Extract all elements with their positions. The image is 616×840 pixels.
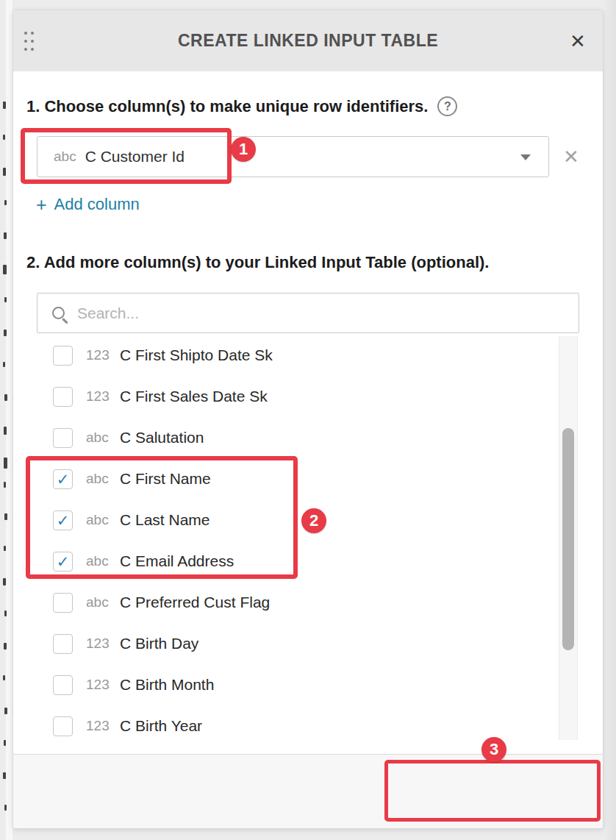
column-checkbox[interactable]: [53, 593, 73, 613]
column-type-label: abc: [86, 430, 119, 446]
column-list-item[interactable]: abc C Preferred Cust Flag: [13, 582, 557, 623]
column-name: C Birth Month: [120, 676, 214, 694]
background-artifact: [3, 102, 6, 109]
column-checkbox[interactable]: [53, 428, 73, 448]
background-artifact: [3, 362, 5, 367]
background-artifact: [4, 297, 7, 302]
background-artifact: [4, 740, 6, 746]
column-name: C Last Name: [120, 511, 210, 529]
column-name: C First Sales Date Sk: [120, 388, 268, 405]
column-type-label: abc: [86, 512, 119, 528]
background-artifact: [4, 643, 7, 649]
column-checkbox[interactable]: [53, 675, 73, 695]
row-identifier-select[interactable]: abc C Customer Id: [37, 136, 549, 177]
dialog-title: CREATE LINKED INPUT TABLE: [13, 10, 603, 71]
selected-column-value: C Customer Id: [85, 148, 185, 165]
background-artifact: [3, 675, 5, 680]
column-type-label: abc: [86, 471, 119, 487]
search-icon: [52, 307, 65, 319]
annotation-badge-3: 3: [481, 737, 506, 762]
plus-icon: +: [36, 196, 47, 213]
background-artifact: [4, 805, 7, 811]
column-search: [37, 293, 579, 333]
background-artifact: [3, 135, 5, 140]
annotation-badge-2: 2: [301, 508, 326, 533]
background-artifact: [4, 200, 7, 205]
column-name: C First Name: [120, 470, 211, 488]
column-name: C Birth Day: [120, 635, 198, 652]
column-name: C First Shipto Date Sk: [120, 346, 273, 364]
column-checkbox[interactable]: ✓: [53, 552, 73, 572]
column-type-label: abc: [54, 149, 76, 165]
background-artifact: [3, 772, 6, 779]
column-type-label: abc: [86, 594, 119, 611]
column-checkbox[interactable]: [53, 716, 73, 736]
background-artifact: [4, 330, 7, 336]
background-artifact: [4, 611, 7, 616]
background-artifact: [4, 482, 6, 488]
column-name: C Email Address: [120, 552, 234, 570]
add-column-label: Add column: [54, 195, 140, 214]
add-column-button[interactable]: + Add column: [36, 195, 140, 214]
column-name: C Salutation: [120, 429, 204, 446]
column-list-item[interactable]: ✓ abc C Last Name: [13, 499, 557, 541]
background-artifact: [4, 427, 7, 435]
column-list-item[interactable]: 123 C First Shipto Date Sk: [13, 335, 557, 376]
column-type-label: 123: [86, 347, 119, 363]
background-artifact: [3, 168, 6, 176]
background-artifact: [3, 578, 6, 585]
column-name: C Birth Year: [120, 717, 202, 735]
step2-heading: 2. Add more column(s) to your Linked Inp…: [26, 253, 489, 272]
column-type-label: 123: [86, 718, 119, 734]
step2-heading-text: 2. Add more column(s) to your Linked Inp…: [26, 253, 489, 272]
column-list-item[interactable]: ✓ abc C First Name: [13, 458, 557, 499]
background-artifact: [4, 232, 7, 239]
column-list-item[interactable]: 123 C Birth Month: [13, 664, 557, 705]
column-checkbox[interactable]: ✓: [53, 510, 73, 530]
background-artifact: [4, 394, 7, 401]
column-type-label: abc: [86, 553, 119, 569]
search-input[interactable]: [77, 305, 518, 322]
dialog-header: CREATE LINKED INPUT TABLE ✕: [13, 10, 603, 71]
column-type-label: 123: [86, 677, 119, 693]
close-icon[interactable]: ✕: [565, 28, 591, 54]
step1-heading: 1. Choose column(s) to make unique row i…: [26, 96, 457, 116]
column-type-label: 123: [86, 636, 119, 652]
background-artifact: [4, 513, 7, 520]
column-list-item[interactable]: 123 C Birth Day: [13, 623, 557, 664]
column-name: C Preferred Cust Flag: [120, 594, 270, 611]
column-list-item[interactable]: abc C Salutation: [13, 417, 557, 458]
column-list-item[interactable]: ✓ abc C Email Address: [13, 541, 557, 582]
column-list: 123 C First Shipto Date Sk 123 C First S…: [13, 335, 557, 740]
help-icon[interactable]: ?: [437, 96, 457, 116]
column-type-label: 123: [86, 388, 119, 405]
screen-background: CREATE LINKED INPUT TABLE ✕ 1. Choose co…: [0, 0, 616, 840]
step1-heading-text: 1. Choose column(s) to make unique row i…: [26, 97, 428, 116]
column-checkbox[interactable]: [53, 634, 73, 654]
create-linked-input-table-dialog: CREATE LINKED INPUT TABLE ✕ 1. Choose co…: [13, 10, 603, 828]
column-checkbox[interactable]: [53, 346, 73, 366]
background-artifact: [4, 458, 7, 469]
annotation-badge-1: 1: [231, 137, 256, 162]
clear-selection-icon[interactable]: ✕: [557, 143, 585, 171]
caret-down-icon[interactable]: [520, 154, 531, 160]
column-checkbox[interactable]: [53, 387, 73, 407]
column-checkbox[interactable]: ✓: [53, 469, 73, 489]
scrollbar-thumb[interactable]: [562, 428, 574, 650]
background-right-strip: [604, 0, 616, 840]
background-artifact: [4, 546, 6, 551]
column-list-item[interactable]: 123 C First Sales Date Sk: [13, 376, 557, 417]
background-artifact: [4, 708, 7, 714]
column-list-item[interactable]: 123 C Birth Year: [13, 705, 557, 740]
dialog-footer: Cancel Create Input Table: [13, 754, 603, 828]
background-artifact: [3, 265, 7, 274]
